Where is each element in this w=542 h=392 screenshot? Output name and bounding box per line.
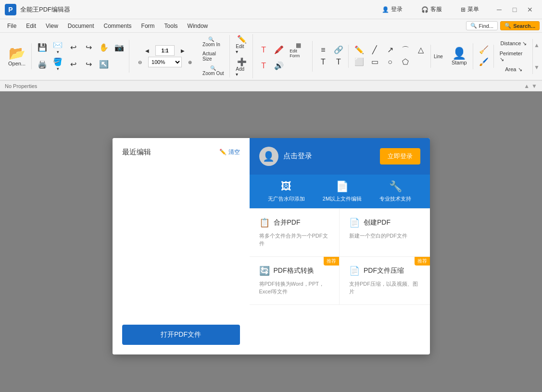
menu-form[interactable]: Form — [137, 21, 160, 31]
add-dropdown-button[interactable]: ➕ Add ▾ — [233, 57, 250, 78]
login-now-button[interactable]: 立即登录 — [380, 148, 420, 164]
highlight-btn[interactable]: 🖍️ — [272, 41, 286, 60]
eraser-icon: ⬜ — [354, 58, 364, 66]
area-button[interactable]: Area ↘ — [497, 65, 530, 74]
line-label: Line — [434, 54, 443, 59]
login-button[interactable]: 👤 登录 — [376, 3, 408, 15]
curve-btn[interactable]: ⌒ — [398, 45, 413, 56]
zoom-in-button[interactable]: 🔍 Zoom In — [200, 35, 223, 49]
undo-icon: ↩ — [70, 44, 76, 51]
maximize-button[interactable]: □ — [507, 4, 522, 15]
triangle-icon: △ — [418, 46, 424, 54]
menu-window[interactable]: Window — [183, 21, 213, 31]
perimeter-button[interactable]: Perimeter ↘ — [497, 49, 530, 64]
page-back-button[interactable]: ◀ — [140, 47, 154, 55]
ribbon-collapse: ▲ ▼ — [534, 42, 540, 71]
form-btn[interactable]: ▦ Edit Form — [287, 41, 310, 60]
menu-view[interactable]: View — [41, 21, 63, 31]
menu-comments[interactable]: Comments — [99, 21, 137, 31]
collapse-top[interactable]: ▲ — [534, 42, 540, 49]
zoom-out-button[interactable]: 🔍 Zoom Out — [200, 64, 226, 77]
rect-btn[interactable]: ▭ — [367, 57, 382, 68]
page-forward-button[interactable]: ▶ — [176, 47, 190, 55]
paint-icon: 🪣 — [53, 58, 63, 66]
service-desc-1: 将多个文件合并为一个PDF文件 — [259, 232, 330, 248]
actual-size-button[interactable]: Actual Size — [200, 50, 227, 63]
triangle-btn[interactable]: △ — [414, 45, 428, 56]
menu-file[interactable]: File — [2, 21, 21, 31]
zoom-increase-btn[interactable]: ⊕ — [183, 58, 197, 66]
text3-btn[interactable]: T — [316, 57, 330, 68]
page-forward-icon: ▶ — [181, 48, 185, 53]
dialog-right: 👤 点击登录 立即登录 🖼 无广告水印添加 📄 2M以上文件编辑 🔧 专业技术支… — [250, 138, 430, 354]
undo2-icon: ↩ — [70, 61, 76, 68]
snapshot-button[interactable]: 📷 — [112, 40, 126, 56]
text2-btn[interactable]: T — [256, 61, 271, 72]
paint-button[interactable]: 🪣▾ — [50, 57, 65, 73]
service-button[interactable]: 🎧 客服 — [416, 3, 448, 15]
stamp-button[interactable]: 👤 Stamp — [448, 43, 470, 69]
print-button[interactable]: 🖨️ — [35, 57, 50, 73]
email-button[interactable]: ✉️▾ — [50, 40, 65, 56]
align-left-btn[interactable]: ≡ — [316, 45, 330, 56]
find-button[interactable]: 🔍 Find... — [466, 21, 498, 30]
feature-label-3: 专业技术支持 — [379, 195, 411, 202]
app-title: 全能王PDF编辑器 — [20, 5, 70, 14]
distance-button[interactable]: Distance ↘ — [497, 39, 530, 48]
link-btn[interactable]: 🔗 — [331, 45, 346, 56]
line-label-group: Line — [434, 54, 443, 59]
service-title-2: 创建PDF — [364, 218, 391, 227]
service-create-pdf[interactable]: 📄 创建PDF 新建一个空白的PDF文件 — [340, 209, 430, 257]
text4-btn[interactable]: T — [331, 57, 346, 68]
arrow-btn[interactable]: ↗ — [383, 45, 397, 56]
edit-dropdown-button[interactable]: ✏️ Edit ▾ — [233, 34, 250, 56]
line-draw-btn[interactable]: ╱ — [367, 45, 382, 56]
menu-edit[interactable]: Edit — [21, 21, 41, 31]
zoom-decrease-btn[interactable]: ⊖ — [133, 58, 147, 66]
pentagon-btn[interactable]: ⬠ — [398, 57, 413, 68]
zoom-select[interactable]: 100% 75% 125% 150% — [148, 57, 182, 67]
edit-icon: ✏️ — [237, 36, 247, 43]
properties-collapse-top[interactable]: ▲ — [524, 83, 529, 89]
menu-document[interactable]: Document — [63, 21, 99, 31]
redo2-button[interactable]: ↪ — [81, 57, 96, 73]
properties-collapse-bottom[interactable]: ▼ — [531, 83, 537, 89]
redo-button[interactable]: ↪ — [81, 40, 96, 56]
text-btn[interactable]: T — [256, 41, 271, 60]
undo-button[interactable]: ↩ — [66, 40, 80, 56]
service-merge-pdf[interactable]: 📋 合并PDF 将多个文件合并为一个PDF文件 — [250, 209, 340, 257]
undo2-button[interactable]: ↩ — [66, 57, 80, 73]
service-compress-pdf[interactable]: 推荐 📄 PDF文件压缩 支持PDF压缩，以及视频、图片 — [340, 257, 430, 305]
open-button[interactable]: 📂 Open... — [5, 43, 29, 69]
features-strip: 🖼 无广告水印添加 📄 2M以上文件编辑 🔧 专业技术支持 — [250, 175, 430, 208]
menu-tools[interactable]: Tools — [160, 21, 183, 31]
feature-label-1: 无广告水印添加 — [268, 195, 305, 202]
service-desc-3: 将PDF转换为Word，PPT，Excel等文件 — [259, 280, 330, 296]
speaker-btn[interactable]: 🔊 — [272, 61, 286, 72]
save-button[interactable]: 💾 — [35, 40, 50, 56]
open-pdf-button[interactable]: 打开PDF文件 — [122, 325, 240, 345]
hand-button[interactable]: ✋ — [97, 40, 111, 56]
eraser-btn[interactable]: ⬜ — [352, 57, 366, 68]
clear-icon: ✏️ — [219, 149, 227, 155]
pencil-btn[interactable]: ✏️ — [352, 45, 366, 56]
stamp-icon: 👤 — [452, 48, 466, 59]
close-button[interactable]: ✕ — [523, 4, 537, 15]
menu-button[interactable]: ⊞ 菜单 — [455, 3, 485, 15]
paint-tool-btn[interactable]: 🖌️ — [477, 57, 491, 68]
clear-button[interactable]: ✏️ 清空 — [219, 148, 240, 156]
erase-tool-btn[interactable]: 🧹 — [477, 45, 491, 56]
ribbon-group-drawing: ✏️ ╱ ↗ ⌒ △ ⬜ ▭ ○ ⬠ — [350, 45, 431, 68]
collapse-bottom[interactable]: ▼ — [534, 64, 540, 71]
text3-icon: T — [321, 58, 326, 66]
merge-icon: 📋 — [259, 217, 270, 228]
dialog: 最近编辑 ✏️ 清空 打开PDF文件 👤 点击登录 立即登录 — [113, 138, 430, 354]
service-desc-4: 支持PDF压缩，以及视频、图片 — [349, 280, 420, 296]
circle-btn[interactable]: ○ — [383, 57, 397, 68]
page-ratio[interactable]: 1:1 — [155, 45, 175, 56]
search-button[interactable]: 🔍 Search... — [500, 21, 540, 30]
minimize-button[interactable]: ─ — [492, 4, 506, 15]
select-button[interactable]: ↖️ — [97, 57, 111, 73]
service-convert-pdf[interactable]: 推荐 🔄 PDF格式转换 将PDF转换为Word，PPT，Excel等文件 — [250, 257, 340, 305]
ribbon-row-1: 📂 Open... 💾 ✉️▾ ↩ ↪ ✋ 📷 🖨️ 🪣▾ ↩ — [0, 33, 542, 80]
